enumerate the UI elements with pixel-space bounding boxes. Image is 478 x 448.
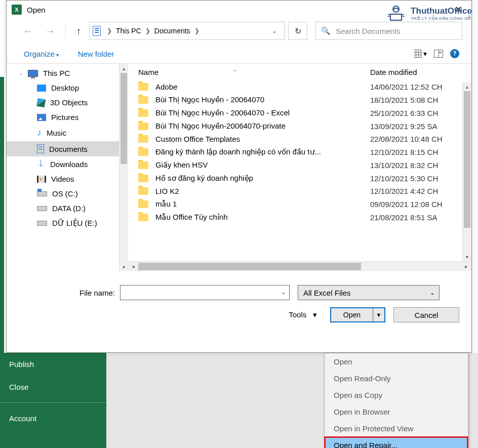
back-arrow-icon[interactable]: ←: [19, 23, 37, 39]
tree-music[interactable]: ♪Music: [7, 125, 128, 141]
tree-desktop[interactable]: Desktop: [7, 80, 128, 95]
drive-icon: [37, 221, 47, 226]
excel-icon: X: [12, 5, 22, 15]
folder-icon: [138, 135, 148, 143]
folder-icon: [138, 214, 148, 221]
file-name: Custom Office Templates: [155, 135, 370, 143]
file-hscrollbar[interactable]: ◂▸: [128, 261, 471, 271]
help-icon[interactable]: ?: [450, 49, 459, 58]
watermark: ThuthuatOfficeTRỢ LÝ CỦA DÂN CÔNG SỞ: [385, 3, 472, 23]
forward-arrow-icon: →: [41, 23, 59, 39]
filetype-filter[interactable]: All Excel Files⌄: [298, 285, 440, 300]
file-name: Bùi Thị Ngọc Huyền - 20064070: [155, 95, 370, 104]
menu-open-browser[interactable]: Open in Browser: [325, 403, 468, 420]
file-date: 13/10/2021 8:32 CH: [370, 161, 471, 170]
folder-icon: [138, 187, 148, 195]
chevron-right-icon: ❯: [143, 27, 152, 34]
open-split-button[interactable]: Open ▼: [330, 307, 385, 322]
menu-open[interactable]: Open: [325, 353, 468, 370]
breadcrumb[interactable]: ❯ This PC ❯ Documents ❯ ⌄: [89, 22, 285, 40]
cancel-button[interactable]: Cancel: [393, 307, 459, 322]
open-dropdown-icon[interactable]: ▼: [373, 308, 384, 321]
tree-scrollbar[interactable]: ▴▾: [119, 64, 128, 271]
refresh-icon[interactable]: ↻: [288, 22, 307, 40]
open-dialog: X Open ✕ ← → ↑ ❯ This PC ❯ Documents ❯ ⌄…: [6, 0, 472, 353]
folder-tree: ⌄This PC Desktop 3D Objects Pictures ♪Mu…: [7, 64, 128, 271]
sort-asc-icon: ⌃: [232, 69, 237, 75]
file-row[interactable]: Custom Office Templates22/08/2021 10:48 …: [128, 133, 471, 145]
file-name: Adobe: [155, 83, 370, 91]
tree-drive-d[interactable]: DATA (D:): [7, 201, 128, 216]
file-date: 14/06/2021 12:52 CH: [370, 83, 471, 91]
folder-icon: [138, 161, 148, 169]
file-name: Giấy khen HSV: [155, 160, 370, 170]
search-input[interactable]: 🔍 Search Documents: [315, 22, 462, 40]
filename-label: File name:: [79, 289, 115, 297]
file-row[interactable]: Giấy khen HSV13/10/2021 8:32 CH: [128, 158, 471, 172]
view-options-button[interactable]: ▾: [414, 50, 427, 58]
tree-drive-c[interactable]: OS (C:): [7, 186, 128, 201]
column-headers[interactable]: Name⌃ Date modified: [128, 64, 471, 80]
file-row[interactable]: Đăng ký thành lập doanh nghiệp có vốn đầ…: [128, 145, 471, 158]
file-vscrollbar[interactable]: ▴▾: [462, 82, 471, 261]
file-row[interactable]: Bùi Thị Ngọc Huyền - 2006407018/10/2021 …: [128, 93, 471, 106]
chevron-down-icon[interactable]: ⌄: [281, 289, 286, 296]
search-icon: 🔍: [321, 26, 331, 35]
preview-pane-icon[interactable]: [434, 50, 443, 58]
chevron-down-icon[interactable]: ⌄: [268, 25, 281, 36]
file-name: Bùi Thị Ngọc Huyền - 20064070 - Excel: [155, 108, 370, 117]
file-date: 25/10/2021 6:33 CH: [370, 109, 471, 117]
chevron-down-icon: ⌄: [430, 289, 435, 296]
document-icon: [93, 26, 101, 36]
tree-downloads[interactable]: 🡓Downloads: [7, 156, 128, 172]
folder-icon: [138, 96, 148, 104]
file-row[interactable]: LIO K212/10/2021 4:42 CH: [128, 185, 471, 197]
file-name: LIO K2: [155, 187, 370, 195]
new-folder-button[interactable]: New folder: [78, 50, 114, 58]
file-date: 18/10/2021 5:08 CH: [370, 96, 471, 104]
breadcrumb-documents[interactable]: Documents: [152, 26, 192, 36]
menu-open-copy[interactable]: Open as Copy: [325, 387, 468, 403]
svg-rect-0: [390, 14, 402, 20]
file-name: Bùi Thị Ngọc Huyền-20064070-private: [155, 121, 370, 131]
organize-button[interactable]: Organize: [24, 50, 59, 58]
filename-input[interactable]: ⌄: [120, 285, 290, 300]
file-date: 12/10/2021 4:42 CH: [370, 187, 471, 195]
folder-icon: [138, 109, 148, 117]
file-row[interactable]: Bùi Thị Ngọc Huyền - 20064070 - Excel25/…: [128, 106, 471, 119]
up-arrow-icon[interactable]: ↑: [72, 23, 85, 39]
tree-3dobjects[interactable]: 3D Objects: [7, 95, 128, 110]
desktop-icon: [37, 85, 46, 92]
open-button[interactable]: Open: [331, 308, 373, 321]
file-row[interactable]: Mẫu Office Tùy chỉnh21/08/2021 8:51 SA: [128, 211, 471, 224]
folder-icon: [138, 200, 148, 208]
tree-thispc[interactable]: ⌄This PC: [7, 66, 128, 80]
video-icon: [37, 176, 46, 183]
file-date: 22/08/2021 10:48 CH: [370, 135, 471, 143]
cube-icon: [36, 98, 46, 107]
backstage-close[interactable]: Close: [0, 376, 106, 398]
file-row[interactable]: Adobe14/06/2021 12:52 CH: [128, 80, 471, 93]
file-row[interactable]: mẫu 109/09/2021 12:08 CH: [128, 197, 471, 211]
backstage-account[interactable]: Account: [0, 407, 106, 430]
file-name: mẫu 1: [155, 199, 370, 209]
tree-videos[interactable]: Videos: [7, 172, 128, 186]
file-row[interactable]: Bùi Thị Ngọc Huyền-20064070-private13/09…: [128, 119, 471, 133]
open-dropdown-menu: Open Open Read-Only Open as Copy Open in…: [324, 353, 468, 448]
tree-pictures[interactable]: Pictures: [7, 110, 128, 125]
tools-button[interactable]: Tools: [289, 310, 317, 319]
file-date: 12/10/2021 8:15 CH: [370, 148, 471, 156]
backstage-publish[interactable]: Publish: [0, 353, 106, 376]
file-date: 09/09/2021 12:08 CH: [370, 200, 471, 209]
tree-documents[interactable]: Documents: [7, 141, 128, 156]
folder-icon: [138, 123, 148, 130]
breadcrumb-thispc[interactable]: This PC: [114, 26, 143, 36]
tree-drive-e[interactable]: DỮ LIỆU (E:): [7, 216, 128, 231]
file-name: Đăng ký thành lập doanh nghiệp có vốn đầ…: [155, 147, 370, 156]
music-icon: ♪: [37, 128, 42, 138]
menu-open-readonly[interactable]: Open Read-Only: [325, 370, 468, 387]
file-row[interactable]: Hồ sơ đăng ký doanh nghiệp12/10/2021 5:3…: [128, 172, 471, 185]
file-name: Hồ sơ đăng ký doanh nghiệp: [155, 174, 370, 183]
menu-open-protected[interactable]: Open in Protected View: [325, 420, 468, 437]
menu-open-repair[interactable]: Open and Repair...: [325, 437, 468, 448]
